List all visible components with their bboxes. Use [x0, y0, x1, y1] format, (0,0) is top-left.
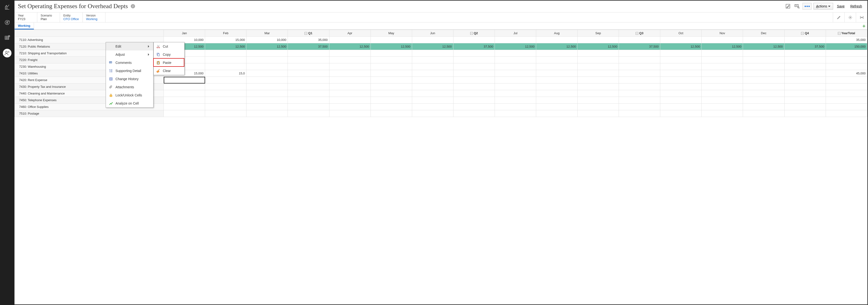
- grid-cell[interactable]: [536, 63, 578, 70]
- grid-cell[interactable]: [660, 97, 702, 103]
- grid-cell[interactable]: 12,500: [371, 43, 412, 50]
- nav-grid-icon[interactable]: [3, 33, 11, 42]
- col-header-apr[interactable]: Apr: [329, 30, 371, 37]
- pov-cell-entity[interactable]: EntityCFO Office: [60, 12, 83, 22]
- grid-cell[interactable]: [329, 70, 371, 77]
- grid-cell[interactable]: [619, 77, 660, 84]
- grid-cell[interactable]: [412, 110, 453, 117]
- grid-cell[interactable]: [371, 97, 412, 103]
- keyboard-search-icon[interactable]: [794, 3, 801, 9]
- nav-chart-icon[interactable]: [3, 3, 11, 11]
- grid-cell[interactable]: [412, 50, 453, 57]
- grid-cell[interactable]: [826, 90, 867, 97]
- grid-cell[interactable]: [205, 103, 246, 110]
- grid-cell[interactable]: [412, 63, 453, 70]
- grid-cell[interactable]: [660, 70, 702, 77]
- grid-cell[interactable]: [495, 70, 536, 77]
- col-header-yeartotal[interactable]: −YearTotal: [826, 30, 867, 37]
- grid-cell[interactable]: [453, 70, 495, 77]
- grid-cell[interactable]: [495, 77, 536, 84]
- grid-cell[interactable]: [453, 84, 495, 90]
- grid-cell[interactable]: 12,500: [536, 43, 578, 50]
- grid-cell[interactable]: [246, 63, 288, 70]
- collapse-icon[interactable]: −: [636, 32, 638, 35]
- save-button[interactable]: Save: [835, 3, 846, 9]
- grid-cell[interactable]: [495, 50, 536, 57]
- grid-cell[interactable]: [702, 97, 743, 103]
- ctx-lock-unlock-cells[interactable]: Lock/Unlock Cells: [106, 91, 153, 99]
- grid-cell[interactable]: [329, 103, 371, 110]
- grid-cell[interactable]: [660, 77, 702, 84]
- grid-cell[interactable]: [702, 103, 743, 110]
- grid-cell[interactable]: [329, 63, 371, 70]
- grid-cell[interactable]: [495, 84, 536, 90]
- grid-cell[interactable]: [412, 77, 453, 84]
- actions-menu-button[interactable]: Actions: [813, 3, 833, 9]
- grid-cell[interactable]: [371, 110, 412, 117]
- grid-cell[interactable]: [578, 84, 619, 90]
- grid-cell[interactable]: [743, 70, 784, 77]
- col-header-q3[interactable]: −Q3: [619, 30, 660, 37]
- grid-cell[interactable]: [743, 57, 784, 63]
- pov-cell-version[interactable]: VersionWorking: [83, 12, 105, 22]
- grid-cell[interactable]: 12,500: [743, 43, 784, 50]
- grid-cell[interactable]: [329, 37, 371, 43]
- grid-cell[interactable]: [826, 57, 867, 63]
- grid-cell[interactable]: 12,500: [205, 43, 246, 50]
- grid-cell[interactable]: [578, 50, 619, 57]
- grid-cell[interactable]: [329, 97, 371, 103]
- grid-cell[interactable]: [619, 37, 660, 43]
- col-header-dec[interactable]: Dec: [743, 30, 784, 37]
- col-header-oct[interactable]: Oct: [660, 30, 702, 37]
- grid-cell[interactable]: [453, 57, 495, 63]
- ctx-adjust[interactable]: Adjust: [106, 51, 153, 59]
- grid-cell[interactable]: [826, 103, 867, 110]
- grid-cell[interactable]: [619, 57, 660, 63]
- grid-cell[interactable]: [702, 110, 743, 117]
- ctx-analyze-on-cell[interactable]: Analyze on Cell: [106, 99, 153, 108]
- grid-cell[interactable]: [743, 50, 784, 57]
- grid-cell[interactable]: [660, 110, 702, 117]
- collapse-icon[interactable]: −: [470, 32, 473, 35]
- grid-cell[interactable]: [702, 50, 743, 57]
- grid-cell[interactable]: [660, 57, 702, 63]
- grid-cell[interactable]: [329, 90, 371, 97]
- grid-cell[interactable]: [826, 97, 867, 103]
- grid-cell[interactable]: [205, 57, 246, 63]
- grid-cell[interactable]: [246, 97, 288, 103]
- grid-cell[interactable]: [329, 50, 371, 57]
- grid-cell[interactable]: [371, 90, 412, 97]
- grid-cell[interactable]: [743, 77, 784, 84]
- grid-cell[interactable]: [495, 57, 536, 63]
- grid-cell[interactable]: [246, 84, 288, 90]
- grid-cell[interactable]: [164, 97, 205, 103]
- grid-cell[interactable]: [784, 77, 826, 84]
- grid-cell[interactable]: [412, 97, 453, 103]
- grid-cell[interactable]: 15,000: [205, 37, 246, 43]
- col-header-sep[interactable]: Sep: [578, 30, 619, 37]
- grid-cell[interactable]: 35,000: [288, 37, 329, 43]
- grid-cell[interactable]: [536, 77, 578, 84]
- context-menu[interactable]: EditAdjustComments+Supporting DetailChan…: [106, 42, 153, 108]
- collapse-icon[interactable]: −: [838, 32, 840, 35]
- grid-cell[interactable]: [702, 57, 743, 63]
- grid-cell[interactable]: [246, 90, 288, 97]
- grid-cell[interactable]: 37,500: [288, 43, 329, 50]
- grid-cell[interactable]: [784, 63, 826, 70]
- grid-cell[interactable]: [453, 77, 495, 84]
- grid-cell[interactable]: 12,500: [495, 43, 536, 50]
- grid-cell[interactable]: [578, 97, 619, 103]
- grid-cell[interactable]: [246, 70, 288, 77]
- grid-cell[interactable]: [619, 90, 660, 97]
- nav-user-money-icon[interactable]: $: [3, 49, 11, 57]
- grid-cell[interactable]: [453, 63, 495, 70]
- col-header-nov[interactable]: Nov: [702, 30, 743, 37]
- grid-cell[interactable]: [578, 37, 619, 43]
- tab-working[interactable]: Working: [14, 23, 34, 29]
- grid-cell[interactable]: [578, 103, 619, 110]
- grid-cell[interactable]: [453, 103, 495, 110]
- grid-cell[interactable]: [536, 57, 578, 63]
- ctx-edit[interactable]: Edit: [106, 42, 153, 51]
- grid-cell[interactable]: [288, 50, 329, 57]
- grid-cell[interactable]: [743, 84, 784, 90]
